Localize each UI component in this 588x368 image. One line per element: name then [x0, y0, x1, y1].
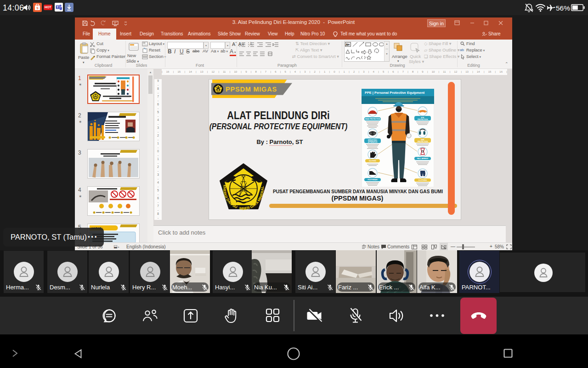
svg-text:S: S — [36, 6, 39, 10]
svg-text:FALL ARREST: FALL ARREST — [417, 158, 429, 160]
svg-text:CLOTHING: CLOTHING — [418, 179, 427, 181]
svg-text:HEAD PROTECTION: HEAD PROTECTION — [365, 118, 380, 120]
svg-text:A=: A= — [346, 43, 350, 46]
svg-text:FOOTWEAR: FOOTWEAR — [368, 179, 378, 181]
svg-text:PROTECTION: PROTECTION — [418, 141, 428, 143]
svg-text:APPARATUS: APPARATUS — [368, 141, 378, 143]
svg-text:PPSDM MIGAS: PPSDM MIGAS — [226, 86, 277, 93]
svg-text:PROTECTION: PROTECTION — [418, 119, 428, 121]
svg-text:PPE | Personal Protective Equi: PPE | Personal Protective Equipment — [365, 91, 425, 95]
svg-text:T: T — [57, 6, 59, 9]
svg-text:GLOVES: GLOVES — [369, 160, 376, 162]
